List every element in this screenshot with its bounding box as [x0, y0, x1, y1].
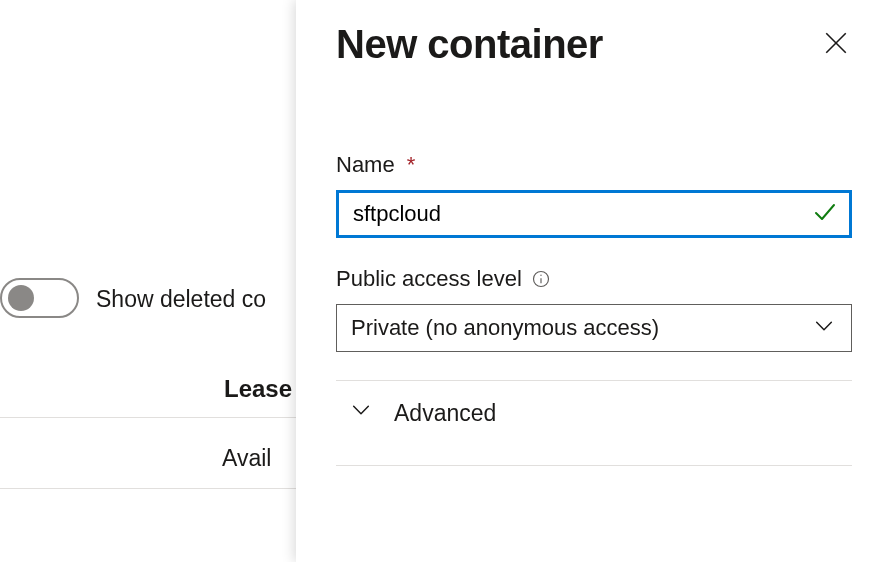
- new-container-panel: New container Name * Public access level: [296, 0, 892, 562]
- name-label: Name *: [336, 152, 852, 178]
- toggle-knob: [8, 285, 34, 311]
- close-button[interactable]: [820, 29, 852, 61]
- name-input[interactable]: [353, 201, 803, 227]
- show-deleted-toggle[interactable]: [0, 278, 79, 318]
- access-level-label: Public access level: [336, 266, 852, 292]
- table-header-divider: [0, 417, 310, 418]
- name-label-text: Name: [336, 152, 395, 178]
- access-level-select[interactable]: Private (no anonymous access): [336, 304, 852, 352]
- panel-title: New container: [336, 22, 603, 67]
- panel-header: New container: [336, 22, 852, 67]
- advanced-label: Advanced: [394, 400, 496, 427]
- chevron-down-icon: [813, 315, 835, 341]
- valid-check-icon: [813, 200, 837, 228]
- table-row-divider: [0, 488, 310, 489]
- name-field: Name *: [336, 152, 852, 238]
- chevron-down-icon: [350, 399, 372, 427]
- close-icon: [823, 30, 849, 59]
- required-indicator: *: [407, 152, 416, 178]
- access-level-label-text: Public access level: [336, 266, 522, 292]
- show-deleted-label: Show deleted co: [96, 286, 266, 313]
- section-divider: [336, 465, 852, 466]
- advanced-expander[interactable]: Advanced: [336, 381, 852, 445]
- access-level-field: Public access level Private (no anonymou…: [336, 266, 852, 352]
- table-cell: Avail: [222, 445, 271, 472]
- table-column-header[interactable]: Lease: [224, 375, 292, 403]
- access-level-value: Private (no anonymous access): [351, 315, 659, 341]
- svg-point-4: [540, 275, 541, 276]
- name-input-wrap[interactable]: [336, 190, 852, 238]
- info-icon[interactable]: [530, 268, 552, 290]
